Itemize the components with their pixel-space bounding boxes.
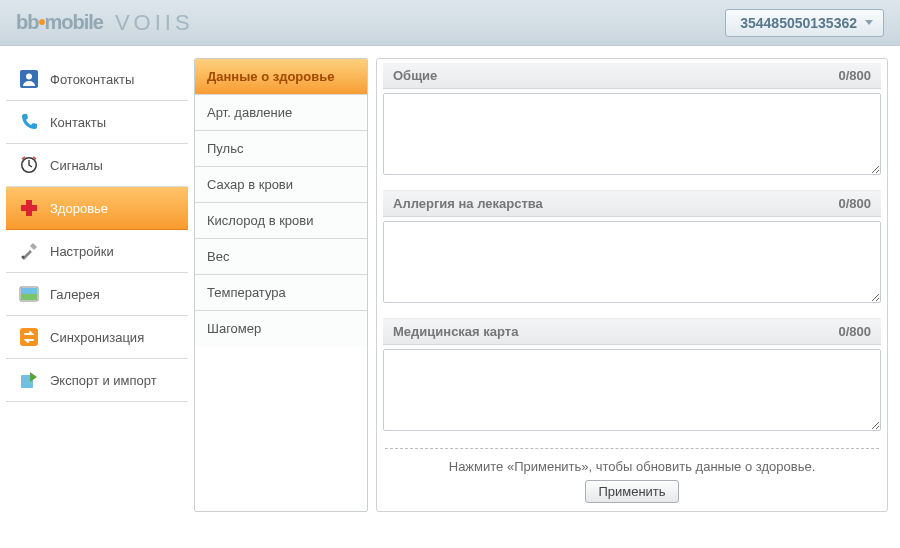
nav-item-export-import[interactable]: Экспорт и импорт — [6, 359, 188, 402]
nav-label: Экспорт и импорт — [50, 373, 157, 388]
health-subnav: Данные о здоровье Арт. давление Пульс Са… — [194, 58, 368, 512]
section-header: Общие 0/800 — [383, 63, 881, 89]
primary-nav: Фотоконтакты Контакты Сигналы Здоровье Н… — [6, 58, 188, 512]
nav-item-signals[interactable]: Сигналы — [6, 144, 188, 187]
subnav-label: Вес — [207, 249, 229, 264]
sync-icon — [18, 326, 40, 348]
nav-label: Настройки — [50, 244, 114, 259]
chevron-down-icon — [865, 20, 873, 25]
logo-text-mobile: mobile — [44, 11, 102, 33]
main-panel: Общие 0/800 Аллергия на лекарства 0/800 … — [376, 58, 888, 512]
main-layout: Фотоконтакты Контакты Сигналы Здоровье Н… — [0, 46, 900, 512]
section-general: Общие 0/800 — [377, 59, 887, 186]
svg-rect-6 — [21, 288, 37, 294]
section-header: Медицинская карта 0/800 — [383, 318, 881, 345]
section-title: Общие — [393, 68, 437, 83]
section-title: Аллергия на лекарства — [393, 196, 543, 211]
svg-point-1 — [26, 74, 32, 80]
section-allergy: Аллергия на лекарства 0/800 — [377, 186, 887, 314]
nav-label: Фотоконтакты — [50, 72, 134, 87]
char-counter: 0/800 — [838, 196, 871, 211]
plus-medical-icon — [18, 197, 40, 219]
nav-item-sync[interactable]: Синхронизация — [6, 316, 188, 359]
general-textarea[interactable] — [383, 93, 881, 175]
svg-point-4 — [22, 256, 25, 259]
subnav-item-weight[interactable]: Вес — [195, 239, 367, 275]
logo-bb-mobile: bb•mobile — [16, 11, 103, 34]
section-title: Медицинская карта — [393, 324, 518, 339]
logo-voiis: VOIIS — [115, 10, 194, 36]
device-id-value: 354485050135362 — [740, 15, 857, 31]
nav-label: Синхронизация — [50, 330, 144, 345]
medical-card-textarea[interactable] — [383, 349, 881, 431]
subnav-item-temperature[interactable]: Температура — [195, 275, 367, 311]
allergy-textarea[interactable] — [383, 221, 881, 303]
tools-icon — [18, 240, 40, 262]
subnav-label: Пульс — [207, 141, 243, 156]
subnav-label: Арт. давление — [207, 105, 292, 120]
nav-item-gallery[interactable]: Галерея — [6, 273, 188, 316]
nav-item-settings[interactable]: Настройки — [6, 230, 188, 273]
nav-item-contacts[interactable]: Контакты — [6, 101, 188, 144]
form-footer: Нажмите «Применить», чтобы обновить данн… — [385, 448, 879, 503]
photo-contact-icon — [18, 68, 40, 90]
logo-text-bb: bb — [16, 11, 38, 33]
phone-icon — [18, 111, 40, 133]
gallery-icon — [18, 283, 40, 305]
subnav-item-health-data[interactable]: Данные о здоровье — [195, 59, 367, 95]
app-logo: bb•mobile VOIIS — [16, 10, 194, 36]
subnav-item-blood-sugar[interactable]: Сахар в крови — [195, 167, 367, 203]
svg-rect-7 — [21, 294, 37, 300]
nav-item-health[interactable]: Здоровье — [6, 187, 188, 230]
nav-label: Галерея — [50, 287, 100, 302]
subnav-label: Шагомер — [207, 321, 261, 336]
apply-button[interactable]: Применить — [585, 480, 678, 503]
nav-label: Сигналы — [50, 158, 103, 173]
char-counter: 0/800 — [838, 324, 871, 339]
subnav-item-blood-oxygen[interactable]: Кислород в крови — [195, 203, 367, 239]
char-counter: 0/800 — [838, 68, 871, 83]
section-header: Аллергия на лекарства 0/800 — [383, 190, 881, 217]
nav-label: Здоровье — [50, 201, 108, 216]
subnav-item-pulse[interactable]: Пульс — [195, 131, 367, 167]
footer-hint: Нажмите «Применить», чтобы обновить данн… — [385, 459, 879, 474]
app-header: bb•mobile VOIIS 354485050135362 — [0, 0, 900, 46]
subnav-label: Кислород в крови — [207, 213, 314, 228]
section-medical-card: Медицинская карта 0/800 — [377, 314, 887, 442]
nav-label: Контакты — [50, 115, 106, 130]
subnav-item-blood-pressure[interactable]: Арт. давление — [195, 95, 367, 131]
subnav-label: Температура — [207, 285, 286, 300]
svg-rect-8 — [20, 328, 38, 346]
subnav-label: Сахар в крови — [207, 177, 293, 192]
device-id-dropdown[interactable]: 354485050135362 — [725, 9, 884, 37]
nav-item-photocontacts[interactable]: Фотоконтакты — [6, 58, 188, 101]
clock-icon — [18, 154, 40, 176]
subnav-item-pedometer[interactable]: Шагомер — [195, 311, 367, 346]
export-icon — [18, 369, 40, 391]
subnav-label: Данные о здоровье — [207, 69, 334, 84]
